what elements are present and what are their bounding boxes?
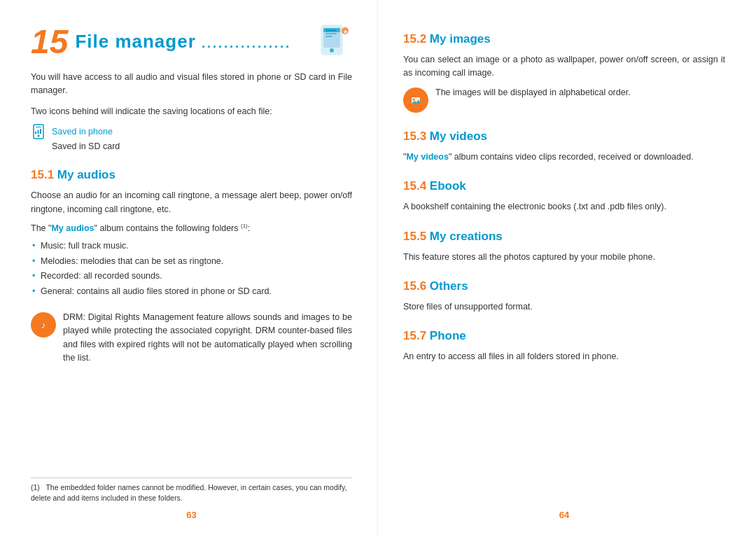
section-1-text1: Choose an audio for an incoming call rin… [31,189,352,216]
page-spread: 15 File manager ................ ★ [0,0,756,537]
folders-list: Music: full track music. Melodies: melod… [31,239,352,300]
svg-point-3 [330,48,334,53]
images-note-box: The images will be displayed in alphabet… [403,86,725,113]
right-page-footer: 64 [403,504,725,520]
phone-icon [31,124,46,139]
drm-box: ♪ DRM: Digital Rights Management feature… [31,311,352,365]
section-5-heading: 15.5 My creations [403,230,725,244]
saved-sd-label: Saved in SD card [52,141,352,151]
svg-rect-13 [38,130,39,134]
section-3-heading: 15.3 My videos [403,130,725,144]
list-item: Recorded: all recorded sounds. [31,270,352,283]
images-note-text: The images will be displayed in alphabet… [435,86,631,99]
intro-text: You will have access to all audio and vi… [31,71,352,98]
file-manager-icon: ★ [316,22,352,61]
section-2-text: You can select an image or a photo as wa… [403,53,725,81]
list-item: General: contains all audio files stored… [31,285,352,298]
section-7-heading: 15.7 Phone [403,329,725,343]
right-page-number: 64 [403,510,725,520]
saved-phone-label: Saved in phone [52,127,113,137]
svg-rect-11 [36,127,41,127]
device-svg: ★ [316,22,352,59]
section-3-text: "My videos" album contains video clips r… [403,151,725,164]
folders-intro: The "My audios" album contains the follo… [31,222,352,236]
svg-rect-6 [326,36,332,37]
left-page: 15 File manager ................ ★ [0,0,378,537]
svg-rect-12 [35,132,36,134]
list-item: Music: full track music. [31,239,352,253]
chapter-title: File manager ................ [75,31,291,53]
list-item: Melodies: melodies that can be set as ri… [31,255,352,268]
section-7-text: An entry to access all files in all fold… [403,350,725,363]
svg-point-10 [38,135,40,137]
left-page-number: 63 [31,510,352,520]
section-6-heading: 15.6 Others [403,279,725,293]
svg-point-19 [413,98,415,100]
section-5-text: This feature stores all the photos captu… [403,251,725,264]
footnote-text: (1) The embedded folder names cannot be … [31,482,352,505]
drm-icon: ♪ [31,312,56,337]
section-1-heading: 15.1 My audios [31,168,352,182]
svg-rect-14 [40,129,41,134]
section-6-text: Store files of unsupported format. [403,300,725,314]
svg-text:♪: ♪ [41,320,46,330]
right-page: 15.2 My images You can select an image o… [378,0,756,537]
section-4-text: A bookshelf containing the electronic bo… [403,200,725,214]
section-2-heading: 15.2 My images [403,32,725,46]
section-4-heading: 15.4 Ebook [403,179,725,193]
icons-intro: Two icons behind will indicate the savin… [31,105,352,118]
chapter-header: 15 File manager ................ ★ [31,22,352,61]
chapter-number: 15 [31,25,68,59]
svg-text:★: ★ [343,29,348,35]
drm-text: DRM: Digital Rights Management feature a… [63,311,352,365]
saved-phone-item: Saved in phone [31,124,352,139]
images-icon [403,88,428,113]
svg-rect-4 [326,29,337,32]
footnote-area: (1) The embedded folder names cannot be … [31,477,352,521]
svg-rect-5 [326,33,337,34]
